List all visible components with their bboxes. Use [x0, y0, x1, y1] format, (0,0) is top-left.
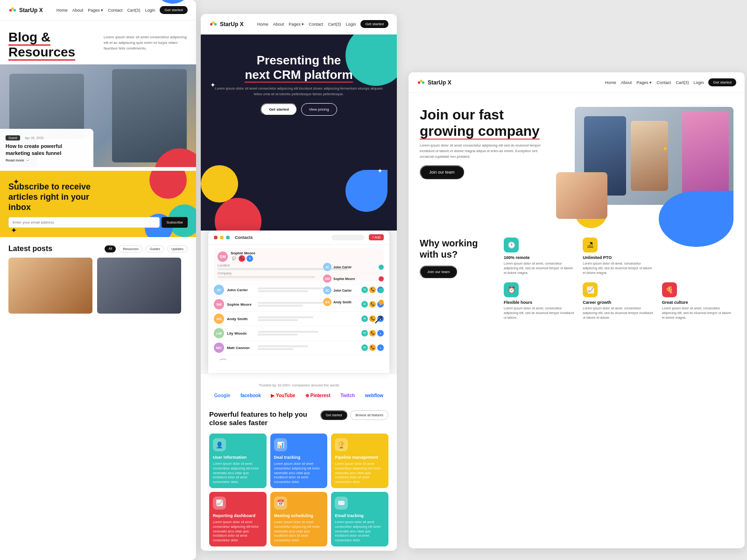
avatar-lily: LW [214, 328, 224, 338]
c-nav-about[interactable]: About [273, 22, 284, 27]
c-nav-cart[interactable]: Cart(3) [328, 22, 341, 27]
ci-l-3: • [377, 330, 384, 336]
why-icon-flexible: ⏰ [504, 282, 519, 297]
c-nav-login[interactable]: Login [345, 22, 356, 27]
rc-andy[interactable]: AS Andy Smith [323, 296, 384, 308]
left-nav-links: Home About Pages ▾ Contact Cart(3) Login… [56, 6, 188, 14]
logo-icon [8, 6, 17, 14]
why-item-culture: 🍕 Great culture Lorem ipsum dolor sit am… [662, 282, 733, 320]
blog-post-card: Guest Apr 26, 2023 How to create powerfu… [0, 129, 93, 168]
why-join-btn[interactable]: Join our team [420, 266, 457, 278]
filter-guides[interactable]: Guides [146, 245, 164, 252]
why-icon-culture: 🍕 [662, 282, 677, 297]
right-logo-icon [417, 78, 425, 87]
contact-row-lily[interactable]: LW Lily Woods ✉ 📞 • [214, 326, 384, 341]
crm-search-bar[interactable] [331, 235, 364, 240]
contact-row-matt[interactable]: MC Matt Cannon ✉ 📞 • [214, 341, 384, 355]
r-nav-login[interactable]: Login [693, 80, 704, 85]
why-title-culture: Great culture [662, 300, 733, 305]
sparkle-2: ✦ [11, 226, 17, 235]
subscribe-input[interactable] [8, 217, 160, 228]
bars-lily [258, 331, 359, 336]
feature-name-reporting: Reporting dashboard [213, 513, 263, 518]
features-buttons: Get started Browse all features [320, 410, 388, 420]
r-nav-home[interactable]: Home [605, 80, 616, 85]
svg-point-2 [14, 9, 16, 11]
why-item-career: 📈 Career growth Lorem ipsum dolor sit am… [583, 282, 654, 320]
feature-name-deal: Deal tracking [274, 455, 324, 460]
crm-get-started-btn[interactable]: Get started [261, 103, 297, 116]
blog-hero-image: Guest Apr 26, 2023 How to create powerfu… [0, 64, 196, 167]
bar-m-2 [258, 348, 293, 350]
rc-sophie[interactable]: SM Sophie Moore [323, 273, 384, 285]
name-sophie2: Sophie Moore [227, 302, 255, 307]
nav-pages[interactable]: Pages ▾ [88, 8, 103, 13]
logo-webflow: webflow [365, 393, 383, 398]
right-navbar: StarUp X Home About Pages ▾ Contact Cart… [409, 72, 745, 93]
ci-l-2: 📞 [369, 330, 376, 336]
c-nav-home[interactable]: Home [257, 22, 268, 27]
nav-about[interactable]: About [72, 8, 84, 13]
features-get-started-btn[interactable]: Get started [320, 410, 348, 420]
r-nav-pages[interactable]: Pages ▾ [636, 80, 652, 85]
nav-cta-btn[interactable]: Get started [160, 6, 188, 14]
feature-desc-user: Lorem ipsum dolor sit amet consectetur a… [213, 462, 263, 484]
sparkle-crm-2: ✦ [377, 167, 383, 175]
person-standing [631, 121, 668, 191]
why-title-career: Career growth [583, 300, 654, 305]
crm-add-btn[interactable]: + Add [369, 234, 384, 240]
dot-red [214, 236, 218, 239]
rca-sophie: SM [323, 274, 331, 283]
c-nav-pages[interactable]: Pages ▾ [289, 22, 304, 27]
avatar-matt: MC [214, 343, 224, 353]
why-icon-remote: 🕐 [504, 238, 519, 252]
join-imagery: ✦ [556, 107, 733, 219]
blog-title-line2: Resources [8, 45, 75, 61]
rc-john2[interactable]: JC John Carter [323, 285, 384, 296]
post-thumb-2[interactable] [97, 258, 181, 314]
features-header: Powerful features to help you close sale… [209, 410, 388, 427]
dot-green [226, 236, 230, 239]
filter-updates[interactable]: Updates [167, 245, 188, 252]
trusted-section: Trusted by 10,000+ companies around the … [201, 373, 397, 403]
sparkle-1: ✦ [13, 177, 19, 186]
nav-login[interactable]: Login [145, 8, 155, 13]
nav-contact[interactable]: Contact [108, 8, 122, 13]
post-thumb-1[interactable] [8, 258, 92, 314]
center-logo-text: StarUp X [220, 21, 244, 28]
read-more-link[interactable]: Read more → [6, 158, 88, 162]
feature-desc-meeting: Lorem ipsum dolor sit amet consectetur a… [274, 520, 324, 543]
why-item-flexible: ⏰ Flexible hours Lorem ipsum dolor sit a… [504, 282, 575, 320]
trusted-title: Trusted by 10,000+ companies around the … [209, 383, 388, 387]
r-nav-contact[interactable]: Contact [656, 80, 671, 85]
r-nav-about[interactable]: About [621, 80, 632, 85]
why-left: Why working with us? Join our team [420, 238, 494, 320]
join-team-btn[interactable]: Join our team [420, 165, 464, 179]
logo-google: Google [214, 393, 230, 398]
crm-blob-pink [215, 198, 261, 231]
post-date: Apr 26, 2023 [25, 136, 43, 140]
rc-john[interactable]: JC John Carter [323, 261, 384, 273]
why-desc-career: Lorem ipsum dolor sit amet, consectetur … [583, 306, 654, 320]
features-browse-btn[interactable]: Browse all features [350, 410, 388, 420]
nav-cart[interactable]: Cart(3) [127, 8, 140, 13]
logo-facebook: facebook [240, 393, 261, 398]
svg-point-5 [214, 23, 217, 25]
crm-blob-yellow [201, 165, 238, 203]
nav-home[interactable]: Home [56, 8, 68, 13]
filter-resources[interactable]: Resources [119, 245, 142, 252]
r-nav-cart[interactable]: Cart(3) [676, 80, 689, 85]
crm-view-pricing-btn[interactable]: View pricing [301, 103, 337, 116]
c-nav-cta[interactable]: Get started [360, 20, 388, 28]
subscribe-button[interactable]: Subscribe [162, 217, 188, 228]
join-blue-blob [659, 191, 733, 247]
filter-all[interactable]: All [105, 245, 116, 252]
join-description: Lorem ipsum dolor sit amet consectetur a… [420, 143, 541, 160]
why-title-pto: Unlimited PTO [583, 255, 654, 260]
c-nav-contact[interactable]: Contact [309, 22, 323, 27]
why-desc-pto: Lorem ipsum dolor sit amet, consectetur … [583, 261, 654, 275]
r-nav-cta[interactable]: Get started [708, 78, 736, 86]
post-thumbnails [8, 258, 188, 314]
feature-name-user: User information [213, 455, 263, 460]
contact-company-bar [218, 276, 315, 278]
